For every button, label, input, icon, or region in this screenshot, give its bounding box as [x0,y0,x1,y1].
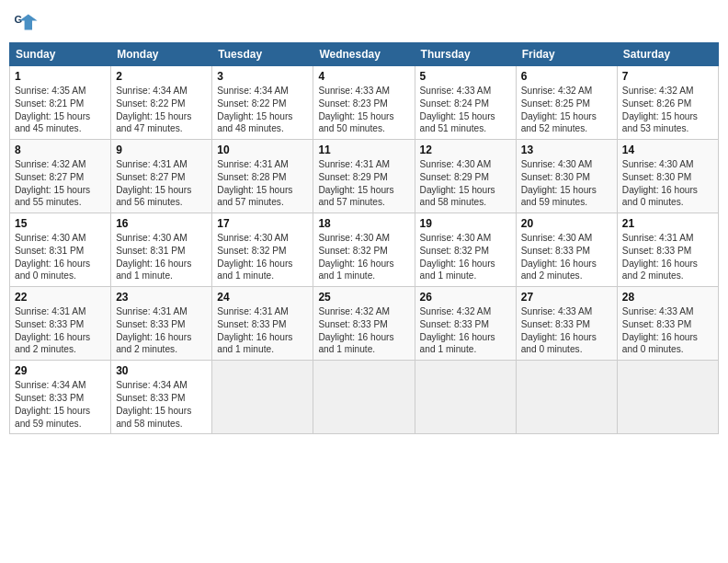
day-info: Sunrise: 4:34 AMSunset: 8:22 PMDaylight:… [116,85,207,135]
day-info: Sunrise: 4:34 AMSunset: 8:22 PMDaylight:… [217,85,308,135]
day-number: 16 [116,217,207,230]
calendar-cell: 25Sunrise: 4:32 AMSunset: 8:33 PMDayligh… [313,287,415,361]
day-info: Sunrise: 4:31 AMSunset: 8:33 PMDaylight:… [622,232,713,282]
day-number: 5 [420,70,511,83]
calendar-cell: 1Sunrise: 4:35 AMSunset: 8:21 PMDaylight… [10,66,111,140]
day-number: 13 [521,144,612,156]
day-number: 25 [318,291,409,304]
calendar-cell [617,361,718,434]
day-info: Sunrise: 4:33 AMSunset: 8:33 PMDaylight:… [622,305,713,356]
day-number: 21 [622,217,713,230]
day-info: Sunrise: 4:31 AMSunset: 8:33 PMDaylight:… [116,305,207,356]
day-number: 1 [15,70,106,83]
calendar-cell [212,361,313,434]
day-number: 27 [521,291,612,304]
day-info: Sunrise: 4:32 AMSunset: 8:26 PMDaylight:… [622,85,713,135]
logo-icon: G [13,9,39,35]
day-info: Sunrise: 4:32 AMSunset: 8:25 PMDaylight:… [521,85,612,135]
calendar-cell: 3Sunrise: 4:34 AMSunset: 8:22 PMDaylight… [212,66,313,140]
day-info: Sunrise: 4:31 AMSunset: 8:27 PMDaylight:… [116,158,207,209]
calendar-cell [313,361,415,434]
calendar-cell: 7Sunrise: 4:32 AMSunset: 8:26 PMDaylight… [617,66,718,140]
calendar-cell: 11Sunrise: 4:31 AMSunset: 8:29 PMDayligh… [313,140,415,213]
calendar-cell: 28Sunrise: 4:33 AMSunset: 8:33 PMDayligh… [617,287,718,361]
day-number: 6 [521,70,612,83]
day-info: Sunrise: 4:32 AMSunset: 8:33 PMDaylight:… [420,305,511,356]
calendar-cell: 13Sunrise: 4:30 AMSunset: 8:30 PMDayligh… [516,140,617,213]
day-number: 26 [420,291,511,304]
calendar-cell: 26Sunrise: 4:32 AMSunset: 8:33 PMDayligh… [415,287,516,361]
page-header: G [9,9,719,35]
day-info: Sunrise: 4:30 AMSunset: 8:30 PMDaylight:… [622,158,713,209]
calendar-cell: 21Sunrise: 4:31 AMSunset: 8:33 PMDayligh… [617,213,718,287]
calendar-cell: 4Sunrise: 4:33 AMSunset: 8:23 PMDaylight… [313,66,415,140]
calendar-cell: 18Sunrise: 4:30 AMSunset: 8:32 PMDayligh… [313,213,415,287]
day-number: 17 [217,217,308,230]
calendar-cell: 27Sunrise: 4:33 AMSunset: 8:33 PMDayligh… [516,287,617,361]
day-info: Sunrise: 4:31 AMSunset: 8:33 PMDaylight:… [217,305,308,356]
day-number: 14 [622,144,713,156]
day-info: Sunrise: 4:32 AMSunset: 8:27 PMDaylight:… [15,158,106,209]
calendar-cell: 5Sunrise: 4:33 AMSunset: 8:24 PMDaylight… [415,66,516,140]
day-info: Sunrise: 4:30 AMSunset: 8:31 PMDaylight:… [116,232,207,282]
calendar-cell: 9Sunrise: 4:31 AMSunset: 8:27 PMDaylight… [111,140,212,213]
weekday-tuesday: Tuesday [212,43,313,66]
day-number: 20 [521,217,612,230]
day-info: Sunrise: 4:33 AMSunset: 8:23 PMDaylight:… [318,85,409,135]
calendar-cell: 23Sunrise: 4:31 AMSunset: 8:33 PMDayligh… [111,287,212,361]
calendar-cell: 19Sunrise: 4:30 AMSunset: 8:32 PMDayligh… [415,213,516,287]
calendar-body: 1Sunrise: 4:35 AMSunset: 8:21 PMDaylight… [10,66,719,434]
calendar-week-5: 29Sunrise: 4:34 AMSunset: 8:33 PMDayligh… [10,361,719,434]
day-info: Sunrise: 4:30 AMSunset: 8:29 PMDaylight:… [420,158,511,209]
day-number: 3 [217,70,308,83]
calendar-cell: 30Sunrise: 4:34 AMSunset: 8:33 PMDayligh… [111,361,212,434]
day-info: Sunrise: 4:33 AMSunset: 8:33 PMDaylight:… [521,305,612,356]
weekday-wednesday: Wednesday [313,43,415,66]
day-info: Sunrise: 4:34 AMSunset: 8:33 PMDaylight:… [116,379,207,430]
day-number: 4 [318,70,409,83]
calendar-table: SundayMondayTuesdayWednesdayThursdayFrid… [9,42,719,434]
day-number: 10 [217,144,308,156]
weekday-sunday: Sunday [10,43,111,66]
day-number: 23 [116,291,207,304]
day-info: Sunrise: 4:30 AMSunset: 8:32 PMDaylight:… [217,232,308,282]
day-number: 12 [420,144,511,156]
day-number: 30 [116,364,207,377]
day-number: 7 [622,70,713,83]
calendar-cell: 12Sunrise: 4:30 AMSunset: 8:29 PMDayligh… [415,140,516,213]
day-number: 28 [622,291,713,304]
calendar-cell: 15Sunrise: 4:30 AMSunset: 8:31 PMDayligh… [10,213,111,287]
calendar-week-2: 8Sunrise: 4:32 AMSunset: 8:27 PMDaylight… [10,140,719,213]
calendar-cell: 24Sunrise: 4:31 AMSunset: 8:33 PMDayligh… [212,287,313,361]
day-info: Sunrise: 4:30 AMSunset: 8:32 PMDaylight:… [318,232,409,282]
day-info: Sunrise: 4:35 AMSunset: 8:21 PMDaylight:… [15,85,106,135]
calendar-cell: 17Sunrise: 4:30 AMSunset: 8:32 PMDayligh… [212,213,313,287]
calendar-cell: 29Sunrise: 4:34 AMSunset: 8:33 PMDayligh… [10,361,111,434]
day-info: Sunrise: 4:31 AMSunset: 8:33 PMDaylight:… [15,305,106,356]
calendar-cell: 16Sunrise: 4:30 AMSunset: 8:31 PMDayligh… [111,213,212,287]
day-info: Sunrise: 4:30 AMSunset: 8:32 PMDaylight:… [420,232,511,282]
weekday-monday: Monday [111,43,212,66]
calendar-cell: 2Sunrise: 4:34 AMSunset: 8:22 PMDaylight… [111,66,212,140]
day-info: Sunrise: 4:34 AMSunset: 8:33 PMDaylight:… [15,379,106,430]
day-number: 11 [318,144,409,156]
calendar-cell: 22Sunrise: 4:31 AMSunset: 8:33 PMDayligh… [10,287,111,361]
weekday-saturday: Saturday [617,43,718,66]
day-number: 8 [15,144,106,156]
calendar-cell: 20Sunrise: 4:30 AMSunset: 8:33 PMDayligh… [516,213,617,287]
day-info: Sunrise: 4:31 AMSunset: 8:28 PMDaylight:… [217,158,308,209]
weekday-friday: Friday [516,43,617,66]
calendar-cell: 14Sunrise: 4:30 AMSunset: 8:30 PMDayligh… [617,140,718,213]
calendar-week-3: 15Sunrise: 4:30 AMSunset: 8:31 PMDayligh… [10,213,719,287]
calendar-cell: 6Sunrise: 4:32 AMSunset: 8:25 PMDaylight… [516,66,617,140]
calendar-cell: 8Sunrise: 4:32 AMSunset: 8:27 PMDaylight… [10,140,111,213]
day-number: 18 [318,217,409,230]
weekday-thursday: Thursday [415,43,516,66]
day-number: 29 [15,364,106,377]
day-info: Sunrise: 4:32 AMSunset: 8:33 PMDaylight:… [318,305,409,356]
day-number: 22 [15,291,106,304]
calendar-cell: 10Sunrise: 4:31 AMSunset: 8:28 PMDayligh… [212,140,313,213]
day-number: 9 [116,144,207,156]
calendar-week-1: 1Sunrise: 4:35 AMSunset: 8:21 PMDaylight… [10,66,719,140]
calendar-cell [415,361,516,434]
